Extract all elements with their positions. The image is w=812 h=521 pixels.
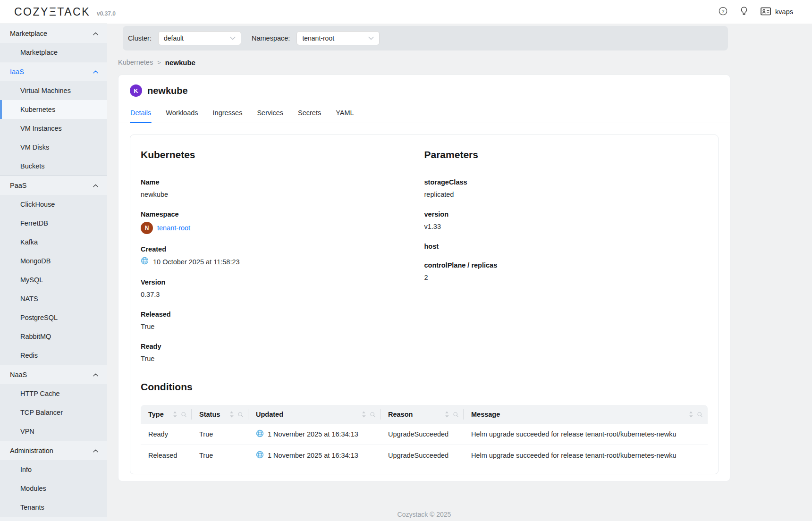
- sidebar-item-virtual-machines[interactable]: Virtual Machines: [0, 81, 107, 100]
- user-menu[interactable]: kvaps: [761, 7, 793, 17]
- theme-toggle-button[interactable]: [740, 7, 748, 17]
- sidebar-item-marketplace[interactable]: Marketplace: [0, 43, 107, 62]
- cell-updated: 1 November 2025 at 16:34:13: [248, 429, 381, 439]
- cell-status: True: [192, 430, 248, 438]
- field-value: 10 October 2025 at 11:58:23: [141, 257, 424, 267]
- search-icon[interactable]: [237, 412, 244, 418]
- tab-services[interactable]: Services: [256, 106, 284, 123]
- sidebar-item-nats[interactable]: NATS: [0, 289, 107, 308]
- app-shell: MarketplaceMarketplaceIaaSVirtual Machin…: [0, 24, 812, 521]
- column-label: Message: [471, 411, 500, 418]
- cell-updated: 1 November 2025 at 16:34:13: [248, 451, 381, 460]
- field-label: Version: [141, 278, 424, 286]
- cell-message: Helm upgrade succeeded for release tenan…: [464, 430, 708, 438]
- field-label: Released: [141, 311, 424, 318]
- sidebar-item-kafka[interactable]: Kafka: [0, 233, 107, 252]
- cluster-select[interactable]: default: [158, 31, 241, 45]
- cluster-select-value: default: [164, 34, 184, 42]
- field-label: version: [424, 210, 708, 218]
- sort-icon[interactable]: [229, 411, 234, 418]
- table-row: ReadyTrue1 November 2025 at 16:34:13Upgr…: [141, 424, 708, 445]
- kubernetes-avatar: K: [130, 84, 142, 97]
- chevron-up-icon: [93, 449, 98, 453]
- sidebar-item-rabbitmq[interactable]: RabbitMQ: [0, 327, 107, 346]
- conditions-table: TypeStatusUpdatedReasonMessage ReadyTrue…: [141, 405, 708, 466]
- sidebar-item-mysql[interactable]: MySQL: [0, 270, 107, 289]
- namespace-select[interactable]: tenant-root: [296, 31, 380, 45]
- sidebar: MarketplaceMarketplaceIaaSVirtual Machin…: [0, 24, 107, 521]
- sidebar-item-modules[interactable]: Modules: [0, 479, 107, 498]
- sidebar-group-header-administration[interactable]: Administration: [0, 441, 107, 460]
- breadcrumb-separator: >: [157, 59, 161, 66]
- sidebar-group-header-marketplace[interactable]: Marketplace: [0, 24, 107, 43]
- sidebar-item-postgresql[interactable]: PostgreSQL: [0, 308, 107, 327]
- search-icon[interactable]: [697, 412, 703, 418]
- sidebar-group-header-paas[interactable]: PaaS: [0, 176, 107, 195]
- search-icon[interactable]: [453, 412, 459, 418]
- lightbulb-icon: [740, 7, 748, 17]
- sidebar-groups: MarketplaceMarketplaceIaaSVirtual Machin…: [0, 24, 107, 517]
- sidebar-item-buckets[interactable]: Buckets: [0, 157, 107, 176]
- table-row: ReleasedTrue1 November 2025 at 16:34:13U…: [141, 445, 708, 466]
- sidebar-group-header-iaas[interactable]: IaaS: [0, 62, 107, 81]
- column-label: Type: [148, 411, 164, 418]
- field-value: 2: [424, 273, 708, 282]
- globe-icon: [256, 429, 264, 439]
- sidebar-group-paas: PaaSClickHouseFerretDBKafkaMongoDBMySQLN…: [0, 176, 107, 365]
- tab-workloads[interactable]: Workloads: [165, 106, 198, 123]
- card-body: Kubernetes NamenewkubeNamespaceNtenant-r…: [118, 123, 730, 481]
- sidebar-item-tenants[interactable]: Tenants: [0, 498, 107, 517]
- breadcrumb-kubernetes[interactable]: Kubernetes: [118, 59, 153, 66]
- cell-reason: UpgradeSucceeded: [381, 430, 464, 438]
- context-bar: Cluster: default Namespace: tenant-root: [123, 26, 728, 50]
- app-logo[interactable]: COZYΞTACK: [14, 6, 90, 18]
- sidebar-item-vm-disks[interactable]: VM Disks: [0, 138, 107, 157]
- cell-text: 1 November 2025 at 16:34:13: [268, 452, 358, 459]
- cell-reason: UpgradeSucceeded: [381, 452, 464, 459]
- search-icon[interactable]: [370, 412, 376, 418]
- cell-message: Helm upgrade succeeded for release tenan…: [464, 452, 708, 459]
- tab-secrets[interactable]: Secrets: [297, 106, 321, 123]
- chevron-down-icon: [230, 36, 236, 40]
- search-icon[interactable]: [181, 412, 187, 418]
- sidebar-item-label: MongoDB: [20, 257, 51, 265]
- sort-icon[interactable]: [362, 411, 366, 418]
- sidebar-item-clickhouse[interactable]: ClickHouse: [0, 195, 107, 214]
- sidebar-group-label: NaaS: [10, 371, 27, 378]
- parameters-section: Parameters storageClassreplicatedversion…: [424, 149, 708, 375]
- sidebar-item-label: Info: [20, 466, 32, 473]
- sort-icon[interactable]: [445, 411, 449, 418]
- column-label: Updated: [256, 411, 283, 418]
- cell-text: 1 November 2025 at 16:34:13: [268, 430, 358, 438]
- sidebar-group-naas: NaaSHTTP CacheTCP BalancerVPN: [0, 365, 107, 441]
- page-title: newkube: [147, 85, 188, 96]
- field-label: host: [424, 243, 708, 250]
- sort-icon[interactable]: [173, 411, 177, 418]
- username: kvaps: [775, 8, 793, 16]
- sidebar-item-kubernetes[interactable]: Kubernetes: [0, 100, 107, 119]
- tab-details[interactable]: Details: [130, 106, 152, 123]
- column-header-type: Type: [141, 405, 192, 424]
- sidebar-item-label: VPN: [20, 428, 34, 435]
- field-controlplane-replicas: controlPlane / replicas2: [424, 261, 708, 282]
- sidebar-item-vpn[interactable]: VPN: [0, 422, 107, 441]
- sidebar-item-vm-instances[interactable]: VM Instances: [0, 119, 107, 138]
- field-value: True: [141, 322, 424, 331]
- sidebar-item-ferretdb[interactable]: FerretDB: [0, 214, 107, 233]
- namespace-select-value: tenant-root: [302, 34, 334, 42]
- sort-icon[interactable]: [689, 411, 693, 418]
- details-columns: Kubernetes NamenewkubeNamespaceNtenant-r…: [141, 149, 708, 375]
- sidebar-item-redis[interactable]: Redis: [0, 346, 107, 365]
- help-button[interactable]: ?: [719, 7, 727, 17]
- sidebar-group-header-naas[interactable]: NaaS: [0, 365, 107, 384]
- sidebar-item-tcp-balancer[interactable]: TCP Balancer: [0, 403, 107, 422]
- resource-card: K newkube DetailsWorkloadsIngressesServi…: [118, 75, 730, 481]
- tab-ingresses[interactable]: Ingresses: [212, 106, 243, 123]
- chevron-down-icon: [368, 36, 374, 40]
- sidebar-item-info[interactable]: Info: [0, 460, 107, 479]
- topbar-actions: ? kvaps: [719, 7, 793, 17]
- sidebar-item-http-cache[interactable]: HTTP Cache: [0, 384, 107, 403]
- tab-yaml[interactable]: YAML: [335, 106, 354, 123]
- namespace-link[interactable]: tenant-root: [157, 223, 190, 233]
- sidebar-item-mongodb[interactable]: MongoDB: [0, 252, 107, 270]
